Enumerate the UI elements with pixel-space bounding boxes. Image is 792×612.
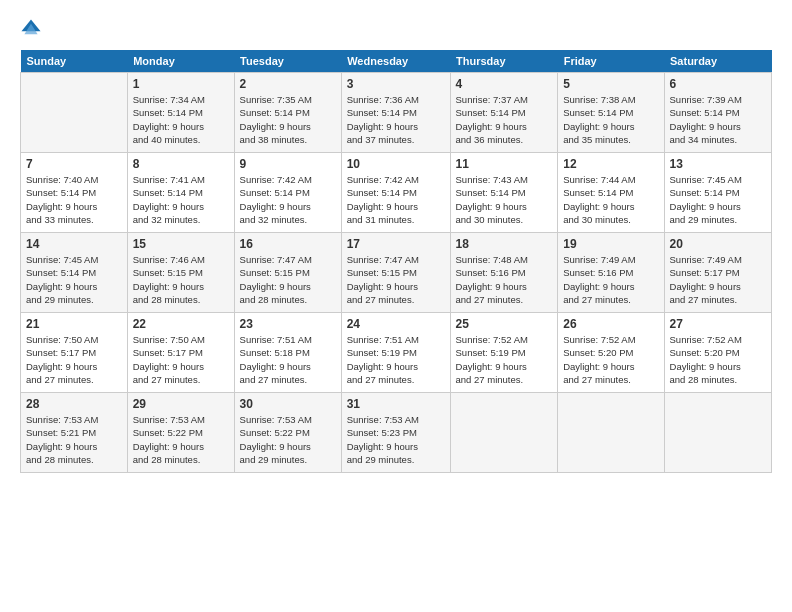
calendar-cell: 17Sunrise: 7:47 AM Sunset: 5:15 PM Dayli… [341, 233, 450, 313]
cell-info: Sunrise: 7:53 AM Sunset: 5:21 PM Dayligh… [26, 413, 122, 466]
day-number: 5 [563, 77, 658, 91]
cell-info: Sunrise: 7:35 AM Sunset: 5:14 PM Dayligh… [240, 93, 336, 146]
day-number: 2 [240, 77, 336, 91]
day-number: 22 [133, 317, 229, 331]
cell-info: Sunrise: 7:51 AM Sunset: 5:19 PM Dayligh… [347, 333, 445, 386]
day-header-monday: Monday [127, 50, 234, 73]
calendar-cell: 30Sunrise: 7:53 AM Sunset: 5:22 PM Dayli… [234, 393, 341, 473]
day-number: 12 [563, 157, 658, 171]
day-number: 15 [133, 237, 229, 251]
day-header-row: SundayMondayTuesdayWednesdayThursdayFrid… [21, 50, 772, 73]
cell-info: Sunrise: 7:41 AM Sunset: 5:14 PM Dayligh… [133, 173, 229, 226]
day-number: 28 [26, 397, 122, 411]
day-header-saturday: Saturday [664, 50, 771, 73]
cell-info: Sunrise: 7:47 AM Sunset: 5:15 PM Dayligh… [240, 253, 336, 306]
day-number: 3 [347, 77, 445, 91]
day-header-friday: Friday [558, 50, 664, 73]
calendar-cell: 12Sunrise: 7:44 AM Sunset: 5:14 PM Dayli… [558, 153, 664, 233]
calendar-cell: 10Sunrise: 7:42 AM Sunset: 5:14 PM Dayli… [341, 153, 450, 233]
calendar-cell: 29Sunrise: 7:53 AM Sunset: 5:22 PM Dayli… [127, 393, 234, 473]
logo [20, 18, 46, 40]
cell-info: Sunrise: 7:34 AM Sunset: 5:14 PM Dayligh… [133, 93, 229, 146]
cell-info: Sunrise: 7:42 AM Sunset: 5:14 PM Dayligh… [240, 173, 336, 226]
cell-info: Sunrise: 7:44 AM Sunset: 5:14 PM Dayligh… [563, 173, 658, 226]
day-number: 20 [670, 237, 766, 251]
cell-info: Sunrise: 7:45 AM Sunset: 5:14 PM Dayligh… [26, 253, 122, 306]
calendar-cell: 3Sunrise: 7:36 AM Sunset: 5:14 PM Daylig… [341, 73, 450, 153]
calendar-cell: 14Sunrise: 7:45 AM Sunset: 5:14 PM Dayli… [21, 233, 128, 313]
cell-info: Sunrise: 7:47 AM Sunset: 5:15 PM Dayligh… [347, 253, 445, 306]
cell-info: Sunrise: 7:52 AM Sunset: 5:19 PM Dayligh… [456, 333, 553, 386]
cell-info: Sunrise: 7:50 AM Sunset: 5:17 PM Dayligh… [26, 333, 122, 386]
day-number: 25 [456, 317, 553, 331]
cell-info: Sunrise: 7:52 AM Sunset: 5:20 PM Dayligh… [563, 333, 658, 386]
cell-info: Sunrise: 7:40 AM Sunset: 5:14 PM Dayligh… [26, 173, 122, 226]
day-number: 13 [670, 157, 766, 171]
day-number: 24 [347, 317, 445, 331]
day-number: 14 [26, 237, 122, 251]
week-row-1: 1Sunrise: 7:34 AM Sunset: 5:14 PM Daylig… [21, 73, 772, 153]
calendar-cell: 23Sunrise: 7:51 AM Sunset: 5:18 PM Dayli… [234, 313, 341, 393]
cell-info: Sunrise: 7:49 AM Sunset: 5:17 PM Dayligh… [670, 253, 766, 306]
day-header-wednesday: Wednesday [341, 50, 450, 73]
calendar-cell: 13Sunrise: 7:45 AM Sunset: 5:14 PM Dayli… [664, 153, 771, 233]
week-row-2: 7Sunrise: 7:40 AM Sunset: 5:14 PM Daylig… [21, 153, 772, 233]
day-header-tuesday: Tuesday [234, 50, 341, 73]
day-number: 19 [563, 237, 658, 251]
calendar-cell [21, 73, 128, 153]
cell-info: Sunrise: 7:36 AM Sunset: 5:14 PM Dayligh… [347, 93, 445, 146]
cell-info: Sunrise: 7:39 AM Sunset: 5:14 PM Dayligh… [670, 93, 766, 146]
calendar-cell: 21Sunrise: 7:50 AM Sunset: 5:17 PM Dayli… [21, 313, 128, 393]
calendar-cell [558, 393, 664, 473]
day-number: 16 [240, 237, 336, 251]
day-number: 8 [133, 157, 229, 171]
calendar-table: SundayMondayTuesdayWednesdayThursdayFrid… [20, 50, 772, 473]
day-number: 21 [26, 317, 122, 331]
calendar-cell: 6Sunrise: 7:39 AM Sunset: 5:14 PM Daylig… [664, 73, 771, 153]
cell-info: Sunrise: 7:50 AM Sunset: 5:17 PM Dayligh… [133, 333, 229, 386]
calendar-cell: 11Sunrise: 7:43 AM Sunset: 5:14 PM Dayli… [450, 153, 558, 233]
calendar-cell: 7Sunrise: 7:40 AM Sunset: 5:14 PM Daylig… [21, 153, 128, 233]
calendar-cell: 16Sunrise: 7:47 AM Sunset: 5:15 PM Dayli… [234, 233, 341, 313]
calendar-cell: 9Sunrise: 7:42 AM Sunset: 5:14 PM Daylig… [234, 153, 341, 233]
calendar-cell: 8Sunrise: 7:41 AM Sunset: 5:14 PM Daylig… [127, 153, 234, 233]
logo-icon [20, 18, 42, 40]
calendar-cell: 1Sunrise: 7:34 AM Sunset: 5:14 PM Daylig… [127, 73, 234, 153]
day-number: 6 [670, 77, 766, 91]
day-number: 9 [240, 157, 336, 171]
day-number: 17 [347, 237, 445, 251]
cell-info: Sunrise: 7:52 AM Sunset: 5:20 PM Dayligh… [670, 333, 766, 386]
cell-info: Sunrise: 7:37 AM Sunset: 5:14 PM Dayligh… [456, 93, 553, 146]
cell-info: Sunrise: 7:53 AM Sunset: 5:22 PM Dayligh… [133, 413, 229, 466]
day-header-thursday: Thursday [450, 50, 558, 73]
day-number: 23 [240, 317, 336, 331]
day-number: 30 [240, 397, 336, 411]
calendar-cell: 26Sunrise: 7:52 AM Sunset: 5:20 PM Dayli… [558, 313, 664, 393]
calendar-cell: 4Sunrise: 7:37 AM Sunset: 5:14 PM Daylig… [450, 73, 558, 153]
calendar-cell: 20Sunrise: 7:49 AM Sunset: 5:17 PM Dayli… [664, 233, 771, 313]
day-number: 29 [133, 397, 229, 411]
calendar-cell: 31Sunrise: 7:53 AM Sunset: 5:23 PM Dayli… [341, 393, 450, 473]
week-row-3: 14Sunrise: 7:45 AM Sunset: 5:14 PM Dayli… [21, 233, 772, 313]
calendar-cell: 24Sunrise: 7:51 AM Sunset: 5:19 PM Dayli… [341, 313, 450, 393]
calendar-cell: 15Sunrise: 7:46 AM Sunset: 5:15 PM Dayli… [127, 233, 234, 313]
calendar-cell: 19Sunrise: 7:49 AM Sunset: 5:16 PM Dayli… [558, 233, 664, 313]
day-number: 4 [456, 77, 553, 91]
cell-info: Sunrise: 7:49 AM Sunset: 5:16 PM Dayligh… [563, 253, 658, 306]
page: SundayMondayTuesdayWednesdayThursdayFrid… [0, 0, 792, 612]
cell-info: Sunrise: 7:46 AM Sunset: 5:15 PM Dayligh… [133, 253, 229, 306]
cell-info: Sunrise: 7:38 AM Sunset: 5:14 PM Dayligh… [563, 93, 658, 146]
cell-info: Sunrise: 7:51 AM Sunset: 5:18 PM Dayligh… [240, 333, 336, 386]
calendar-cell: 28Sunrise: 7:53 AM Sunset: 5:21 PM Dayli… [21, 393, 128, 473]
calendar-cell: 18Sunrise: 7:48 AM Sunset: 5:16 PM Dayli… [450, 233, 558, 313]
cell-info: Sunrise: 7:53 AM Sunset: 5:23 PM Dayligh… [347, 413, 445, 466]
day-number: 27 [670, 317, 766, 331]
day-number: 18 [456, 237, 553, 251]
week-row-4: 21Sunrise: 7:50 AM Sunset: 5:17 PM Dayli… [21, 313, 772, 393]
calendar-cell: 25Sunrise: 7:52 AM Sunset: 5:19 PM Dayli… [450, 313, 558, 393]
calendar-cell: 5Sunrise: 7:38 AM Sunset: 5:14 PM Daylig… [558, 73, 664, 153]
calendar-cell [664, 393, 771, 473]
day-number: 10 [347, 157, 445, 171]
calendar-cell: 2Sunrise: 7:35 AM Sunset: 5:14 PM Daylig… [234, 73, 341, 153]
day-number: 26 [563, 317, 658, 331]
